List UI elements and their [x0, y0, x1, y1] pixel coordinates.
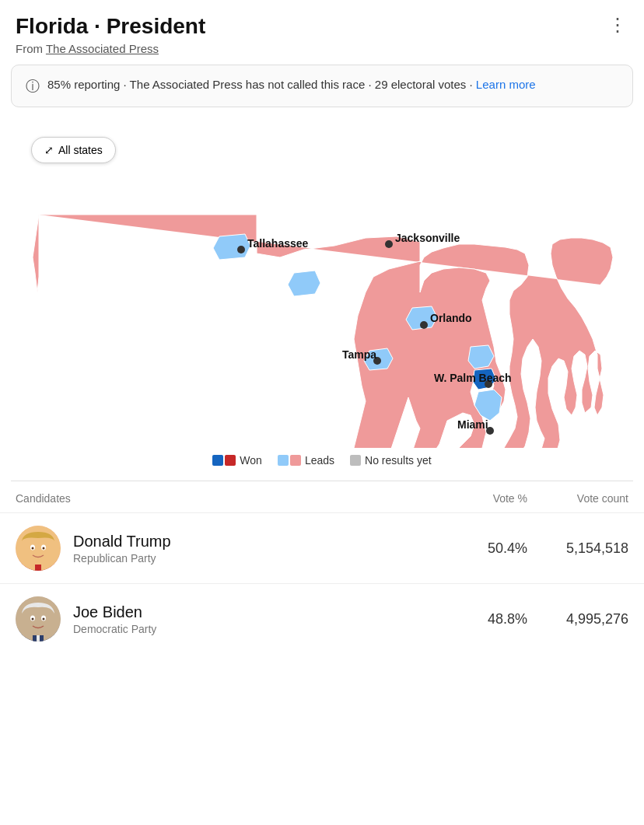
- svg-point-2: [385, 240, 393, 248]
- no-results-label: No results yet: [365, 454, 432, 467]
- florida-map: Tallahassee Jacksonville Orlando Tampa W…: [8, 121, 636, 448]
- trump-avatar: [16, 526, 61, 571]
- biden-name: Joe Biden: [73, 603, 453, 621]
- svg-rect-24: [37, 635, 40, 641]
- table-header: Candidates Vote % Vote count: [0, 481, 644, 512]
- svg-point-0: [237, 246, 245, 253]
- legend-no-results: No results yet: [350, 454, 432, 467]
- all-states-button[interactable]: ⤢ All states: [31, 137, 116, 163]
- col-header-vote-pct: Vote %: [465, 492, 527, 505]
- leads-label: Leads: [305, 454, 334, 467]
- rep-won-swatch: [225, 455, 236, 466]
- candidate-row-trump: Donald Trump Republican Party 50.4% 5,15…: [0, 512, 644, 583]
- info-box: ⓘ 85% reporting · The Associated Press h…: [11, 65, 633, 107]
- legend-leads: Leads: [278, 454, 334, 467]
- info-icon: ⓘ: [26, 77, 40, 96]
- trump-info: Donald Trump Republican Party: [73, 533, 453, 565]
- biden-vote-count: 4,995,276: [551, 611, 628, 627]
- info-text-content: 85% reporting · The Associated Press has…: [47, 78, 476, 91]
- svg-text:Miami: Miami: [457, 418, 488, 431]
- all-states-label: All states: [58, 144, 103, 156]
- biden-party: Democratic Party: [73, 623, 453, 635]
- page-title: Florida · President: [16, 14, 205, 39]
- source-line: From The Associated Press: [0, 42, 644, 65]
- svg-point-16: [43, 547, 45, 550]
- source-link[interactable]: The Associated Press: [46, 42, 159, 55]
- biden-info: Joe Biden Democratic Party: [73, 603, 453, 635]
- page-header: Florida · President ⋮: [0, 0, 644, 42]
- trump-name: Donald Trump: [73, 533, 453, 551]
- svg-point-21: [32, 618, 34, 620]
- won-label: Won: [240, 454, 262, 467]
- dem-leads-swatch: [278, 455, 289, 466]
- info-text: 85% reporting · The Associated Press has…: [47, 76, 536, 94]
- trump-vote-pct: 50.4%: [465, 540, 527, 557]
- trump-party: Republican Party: [73, 552, 453, 565]
- svg-text:W. Palm Beach: W. Palm Beach: [434, 372, 512, 384]
- trump-vote-count: 5,154,518: [551, 540, 628, 557]
- trump-stats: 50.4% 5,154,518: [465, 540, 628, 557]
- more-options-button[interactable]: ⋮: [608, 14, 628, 36]
- svg-rect-17: [35, 565, 41, 571]
- biden-stats: 48.8% 4,995,276: [465, 611, 628, 627]
- map-container: ⤢ All states: [8, 121, 636, 448]
- svg-text:Tallahassee: Tallahassee: [247, 237, 309, 250]
- won-swatches: [212, 455, 236, 466]
- col-header-candidates: Candidates: [16, 492, 465, 505]
- dem-won-swatch: [212, 455, 223, 466]
- svg-text:Jacksonville: Jacksonville: [395, 232, 460, 244]
- svg-text:Orlando: Orlando: [430, 312, 472, 324]
- source-prefix: From: [16, 42, 46, 55]
- col-header-vote-count: Vote count: [551, 492, 628, 505]
- candidate-row-biden: Joe Biden Democratic Party 48.8% 4,995,2…: [0, 583, 644, 654]
- leads-swatches: [278, 455, 301, 466]
- biden-avatar: [16, 596, 61, 641]
- svg-point-22: [43, 618, 45, 620]
- legend-won: Won: [212, 454, 262, 467]
- svg-text:Tampa: Tampa: [342, 348, 376, 361]
- svg-point-4: [420, 321, 428, 329]
- biden-vote-pct: 48.8%: [465, 611, 527, 627]
- no-results-swatch: [350, 455, 361, 466]
- learn-more-link[interactable]: Learn more: [476, 78, 536, 91]
- expand-icon: ⤢: [44, 144, 54, 156]
- rep-leads-swatch: [290, 455, 301, 466]
- biden-photo: [16, 596, 61, 641]
- col-headers-right: Vote % Vote count: [465, 492, 628, 505]
- trump-photo: [16, 526, 61, 571]
- map-legend: Won Leads No results yet: [0, 448, 644, 481]
- svg-point-15: [32, 547, 34, 550]
